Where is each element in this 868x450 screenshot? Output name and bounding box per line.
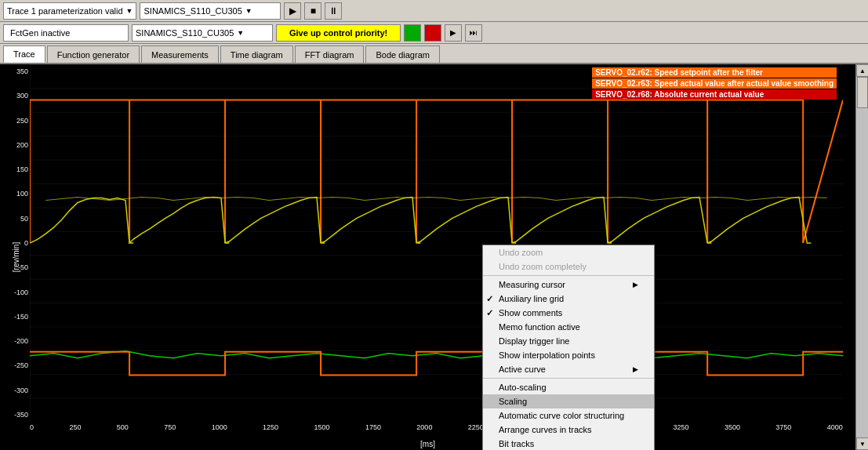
x-tick-250: 250 bbox=[69, 423, 81, 437]
second-toolbar: FctGen inactive SINAMICS_S110_CU305 ▼ Gi… bbox=[0, 22, 868, 44]
svg-rect-1 bbox=[30, 64, 843, 422]
main-area: 350 300 250 200 150 100 50 0 -50 -100 -1… bbox=[0, 64, 868, 450]
y-tick-100: 100 bbox=[16, 190, 28, 198]
y-tick-0: 0 bbox=[24, 239, 28, 247]
menu-item-arrange-curves[interactable]: Arrange curves in tracks bbox=[483, 423, 654, 437]
menu-item-show-interpolation[interactable]: Show interpolation points bbox=[483, 348, 654, 362]
menu-item-auto-scaling[interactable]: Auto-scaling bbox=[483, 380, 654, 394]
pause-button[interactable]: ⏸ bbox=[325, 2, 342, 20]
menu-sep-2 bbox=[483, 378, 654, 379]
x-tick-0: 0 bbox=[30, 423, 34, 437]
x-tick-2000: 2000 bbox=[416, 423, 432, 437]
y-tick-150: 150 bbox=[16, 165, 28, 173]
red-stop-button[interactable] bbox=[424, 24, 441, 42]
device-dropdown1-arrow[interactable]: ▼ bbox=[245, 7, 252, 15]
y-tick-n200: -200 bbox=[14, 337, 28, 345]
checkmark-auxiliary: ✓ bbox=[486, 294, 493, 304]
x-tick-1750: 1750 bbox=[365, 423, 381, 437]
trace-dropdown-arrow[interactable]: ▼ bbox=[126, 7, 133, 15]
trace-dropdown-label: Trace 1 parameterization valid bbox=[7, 6, 123, 16]
menu-sep-1 bbox=[483, 275, 654, 276]
tab-measurements[interactable]: Measurements bbox=[141, 45, 219, 63]
y-axis-unit: [rev/min] bbox=[12, 241, 20, 273]
y-tick-n300: -300 bbox=[14, 386, 28, 394]
scroll-track-right[interactable] bbox=[856, 77, 868, 437]
menu-item-memo-function[interactable]: Memo function active bbox=[483, 320, 654, 334]
play-btn2[interactable]: ▶ bbox=[445, 24, 462, 42]
menu-item-scaling[interactable]: Scaling bbox=[483, 394, 654, 408]
x-tick-500: 500 bbox=[117, 423, 129, 437]
x-tick-3500: 3500 bbox=[725, 423, 740, 437]
menu-item-auto-color[interactable]: Automatic curve color structuring bbox=[483, 408, 654, 423]
x-tick-1250: 1250 bbox=[263, 423, 278, 437]
y-tick-n350: -350 bbox=[14, 411, 28, 419]
context-menu: Undo zoom Undo zoom completely Measuring… bbox=[482, 245, 655, 450]
tab-trace[interactable]: Trace bbox=[3, 45, 45, 63]
legend-item-1: SERVO_02.r62: Speed setpoint after the f… bbox=[592, 67, 837, 78]
tab-bode-diagram[interactable]: Bode diagram bbox=[365, 45, 440, 63]
menu-item-auxiliary-line-grid[interactable]: ✓ Auxiliary line grid bbox=[483, 292, 654, 306]
x-axis: 0 250 500 750 1000 1250 1500 1750 2000 2… bbox=[30, 423, 843, 437]
scroll-down-button[interactable]: ▼ bbox=[856, 437, 868, 450]
x-tick-4000: 4000 bbox=[827, 423, 843, 437]
menu-item-active-curve[interactable]: Active curve ▶ bbox=[483, 362, 654, 376]
menu-item-bit-tracks[interactable]: Bit tracks bbox=[483, 437, 654, 450]
y-tick-250: 250 bbox=[16, 117, 28, 125]
chart-legend: SERVO_02.r62: Speed setpoint after the f… bbox=[592, 67, 837, 100]
legend-item-2: SERVO_02.r63: Speed actual value after a… bbox=[592, 78, 837, 89]
play-button[interactable]: ▶ bbox=[284, 2, 301, 20]
device-dropdown2-label: SINAMICS_S110_CU305 bbox=[136, 28, 234, 38]
tab-bar: Trace Function generator Measurements Ti… bbox=[0, 44, 868, 64]
x-tick-3750: 3750 bbox=[775, 423, 791, 437]
device-dropdown2-container[interactable]: SINAMICS_S110_CU305 ▼ bbox=[132, 24, 273, 42]
tab-function-generator[interactable]: Function generator bbox=[47, 45, 140, 63]
submenu-arrow-active-curve: ▶ bbox=[633, 365, 638, 373]
x-tick-3250: 3250 bbox=[673, 423, 688, 437]
legend-item-3: SERVO_02.r68: Absolute current actual va… bbox=[592, 89, 837, 100]
right-scrollbar: ▲ ▼ bbox=[855, 64, 868, 450]
menu-item-measuring-cursor[interactable]: Measuring cursor ▶ bbox=[483, 278, 654, 292]
menu-item-undo-zoom[interactable]: Undo zoom bbox=[483, 245, 654, 259]
x-tick-1000: 1000 bbox=[212, 423, 227, 437]
top-toolbar: Trace 1 parameterization valid ▼ SINAMIC… bbox=[0, 0, 868, 22]
menu-item-show-comments[interactable]: ✓ Show comments bbox=[483, 306, 654, 320]
fctgen-status: FctGen inactive bbox=[3, 24, 129, 42]
y-tick-200: 200 bbox=[16, 141, 28, 149]
y-tick-50: 50 bbox=[20, 215, 28, 223]
scroll-up-button[interactable]: ▲ bbox=[856, 64, 868, 77]
scroll-thumb-right[interactable] bbox=[857, 77, 868, 108]
chart-area[interactable]: 350 300 250 200 150 100 50 0 -50 -100 -1… bbox=[0, 64, 855, 450]
trace-dropdown-container[interactable]: Trace 1 parameterization valid ▼ bbox=[3, 2, 136, 20]
y-tick-350: 350 bbox=[16, 67, 28, 75]
green-start-button[interactable] bbox=[404, 24, 421, 42]
y-tick-n100: -100 bbox=[14, 289, 28, 296]
stop-button[interactable]: ■ bbox=[304, 2, 321, 20]
play-btn3[interactable]: ⏭ bbox=[465, 24, 482, 42]
give-up-button[interactable]: Give up control priority! bbox=[276, 24, 401, 42]
y-tick-n250: -250 bbox=[14, 361, 28, 369]
submenu-arrow-measuring: ▶ bbox=[633, 281, 638, 289]
device-dropdown1-label: SINAMICS_S110_CU305 bbox=[143, 6, 242, 16]
menu-item-display-trigger[interactable]: Display trigger line bbox=[483, 334, 654, 348]
x-tick-750: 750 bbox=[164, 423, 176, 437]
device-dropdown2-arrow[interactable]: ▼ bbox=[237, 29, 244, 37]
y-tick-n150: -150 bbox=[14, 313, 28, 321]
tab-fft-diagram[interactable]: FFT diagram bbox=[295, 45, 365, 63]
tab-time-diagram[interactable]: Time diagram bbox=[220, 45, 293, 63]
checkmark-comments: ✓ bbox=[486, 308, 493, 318]
y-tick-300: 300 bbox=[16, 92, 28, 100]
x-axis-unit: [ms] bbox=[420, 440, 435, 448]
chart-svg bbox=[30, 64, 843, 422]
x-tick-2250: 2250 bbox=[468, 423, 484, 437]
device-dropdown1-container[interactable]: SINAMICS_S110_CU305 ▼ bbox=[140, 2, 281, 20]
x-tick-1500: 1500 bbox=[314, 423, 330, 437]
menu-item-undo-zoom-completely[interactable]: Undo zoom completely bbox=[483, 259, 654, 274]
